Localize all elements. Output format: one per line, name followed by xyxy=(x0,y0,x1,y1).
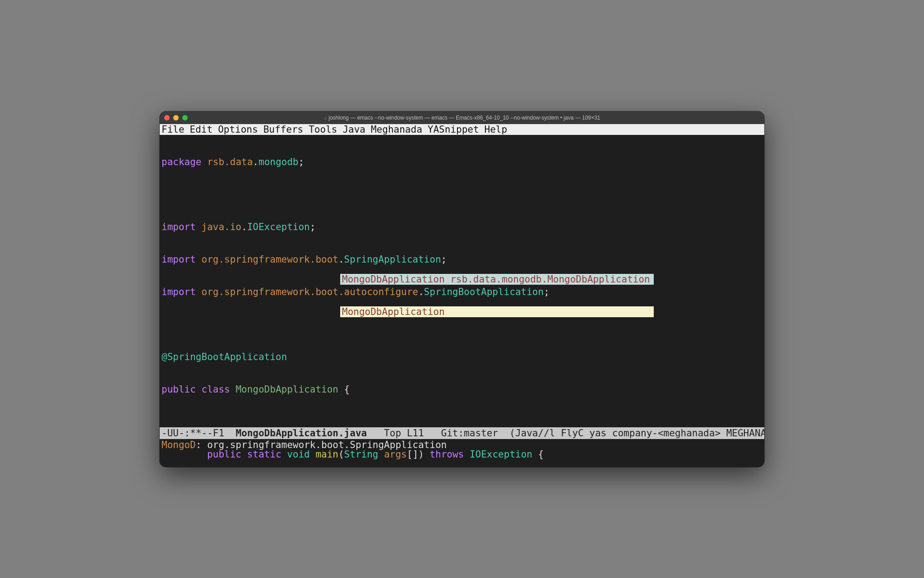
method-name: main xyxy=(315,449,338,460)
window-controls xyxy=(164,115,188,120)
code: [] xyxy=(407,449,418,460)
type: String xyxy=(344,449,379,460)
window-title: ⌂ joshlong — emacs --no-window-system — … xyxy=(160,115,764,121)
menu-options[interactable]: Options xyxy=(218,124,258,135)
type: IOException xyxy=(470,449,532,460)
keyword-import: import xyxy=(162,254,196,265)
menu-tools[interactable]: Tools xyxy=(309,124,337,135)
completion-label: MongoDbApplication xyxy=(342,274,445,285)
minimize-icon[interactable] xyxy=(173,115,179,120)
class-name: MongoDbApplication xyxy=(236,384,338,395)
menu-meghanada[interactable]: Meghanada xyxy=(371,124,422,135)
keyword-import: import xyxy=(162,222,196,232)
keyword: public xyxy=(162,384,196,395)
menu-help[interactable]: Help xyxy=(485,124,508,135)
code: java.io xyxy=(202,222,242,232)
completion-item-selected[interactable]: MongoDbApplication rsb.data.mongodb.Mong… xyxy=(340,274,654,285)
annotation: @SpringBootApplication xyxy=(162,351,287,362)
close-icon[interactable] xyxy=(164,115,170,120)
menubar[interactable]: File Edit Options Buffers Tools Java Meg… xyxy=(160,124,764,135)
home-icon: ⌂ xyxy=(324,115,327,120)
keyword: static xyxy=(247,449,282,460)
code: mongodb xyxy=(259,157,299,167)
code: ( xyxy=(338,449,344,460)
code: ) xyxy=(418,449,424,460)
keyword-import: import xyxy=(162,287,196,297)
terminal-window: ⌂ joshlong — emacs --no-window-system — … xyxy=(160,111,764,467)
keyword: throws xyxy=(430,449,464,460)
type: void xyxy=(287,449,310,460)
menu-edit[interactable]: Edit xyxy=(190,124,213,135)
code: org.springframework.boot xyxy=(202,254,338,265)
editor-buffer[interactable]: package rsb.data.mongodb; import java.io… xyxy=(160,135,764,427)
titlebar: ⌂ joshlong — emacs --no-window-system — … xyxy=(160,111,764,124)
completion-label: MongoDbApplication xyxy=(342,306,445,317)
code: { xyxy=(532,449,544,460)
zoom-icon[interactable] xyxy=(182,115,188,120)
menu-buffers[interactable]: Buffers xyxy=(263,124,304,135)
code: rsb.data xyxy=(207,157,253,167)
keyword: class xyxy=(202,384,230,395)
window-title-text: joshlong — emacs --no-window-system — em… xyxy=(328,115,600,121)
code: IOException xyxy=(247,222,310,232)
completion-popup[interactable]: MongoDbApplication rsb.data.mongodb.Mong… xyxy=(340,252,654,339)
menu-file[interactable]: File xyxy=(162,124,185,135)
completion-item[interactable]: MongoDbApplication xyxy=(340,306,654,317)
code: ; xyxy=(310,222,316,232)
menu-java[interactable]: Java xyxy=(342,124,365,135)
menu-yasnippet[interactable]: YASnippet xyxy=(428,124,479,135)
code: ; xyxy=(299,157,305,167)
code: { xyxy=(338,384,350,395)
keyword-package: package xyxy=(162,157,202,167)
param: args xyxy=(384,449,407,460)
keyword: public xyxy=(207,449,241,460)
completion-meta: rsb.data.mongodb.MongoDbApplication xyxy=(445,274,650,285)
